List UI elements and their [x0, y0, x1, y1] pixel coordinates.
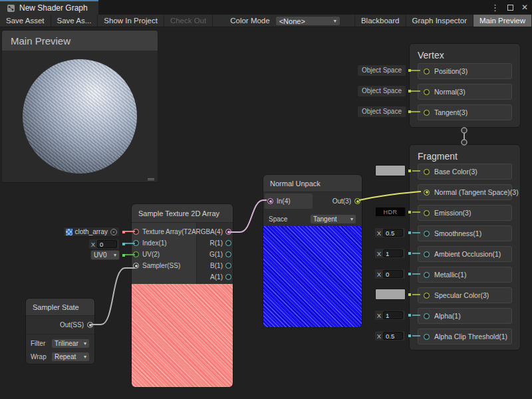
port-indicator-dot [408, 293, 411, 296]
filter-dropdown[interactable]: Trilinear ▾ [51, 338, 90, 348]
metallic-value-field[interactable]: 0 [383, 270, 403, 278]
input-uv[interactable]: UV(2) [132, 249, 196, 260]
base-color-port[interactable] [424, 169, 430, 175]
rgba-to-in-edge[interactable] [230, 200, 267, 232]
normal-port[interactable] [424, 89, 430, 95]
window-menu-icon[interactable]: ⋮ [491, 3, 499, 12]
alpha-port[interactable] [424, 313, 430, 319]
show-in-project-button[interactable]: Show In Project [98, 15, 164, 27]
sampler-out-slot[interactable]: Out(SS) [26, 316, 94, 334]
sampler-state-node[interactable]: Sampler State Out(SS) Filter Trilinear ▾… [25, 298, 95, 364]
position-port[interactable] [424, 68, 430, 74]
main-preview-toggle-button[interactable]: Main Preview [473, 15, 532, 27]
x-label: X [377, 312, 381, 319]
fragment-slot-normal-tangent[interactable]: Normal (Tangent Space)(3) [418, 184, 512, 200]
output-r[interactable]: R(1) [197, 237, 233, 249]
fragment-slot-alpha-clip[interactable]: Alpha Clip Threshold(1) [418, 329, 512, 344]
save-as-button[interactable]: Save As... [51, 15, 98, 27]
smoothness-port[interactable] [424, 231, 430, 237]
in-port[interactable] [267, 198, 273, 204]
position-space-badge[interactable]: Object Space [358, 65, 406, 76]
specular-color-port[interactable] [424, 293, 430, 299]
vertex-slot-position[interactable]: Position(3) [418, 63, 512, 79]
fragment-slot-base-color[interactable]: Base Color(3) [418, 164, 512, 180]
normal-unpack-out-slot[interactable]: Out(3) [332, 198, 362, 205]
vertex-context-node[interactable]: Vertex Position(3) Normal(3) Tangent(3) [409, 43, 521, 128]
sampler-port[interactable] [133, 263, 139, 269]
close-icon[interactable]: ✕ [521, 3, 528, 11]
color-mode-dropdown[interactable]: <None> ▾ [275, 16, 340, 26]
out-ss-port[interactable] [87, 322, 93, 328]
fragment-slot-specular-color[interactable]: Specular Color(3) [418, 287, 512, 303]
tangent-port[interactable] [424, 110, 430, 116]
alpha-value-field[interactable]: 1 [383, 311, 403, 319]
normal-space-badge[interactable]: Object Space [358, 86, 406, 96]
uv-port[interactable] [133, 251, 139, 257]
index-value-field[interactable]: 0 [97, 240, 117, 248]
normal-unpack-in-slot[interactable]: In(4) [265, 194, 313, 209]
r-port[interactable] [225, 240, 231, 246]
vertex-slot-normal[interactable]: Normal(3) [418, 84, 512, 100]
normal-tangent-port[interactable] [424, 190, 430, 196]
chevron-down-icon: ▾ [334, 18, 336, 24]
fragment-slot-ambient-occlusion[interactable]: Ambient Occlusion(1) [418, 246, 512, 262]
metallic-label: Metallic(1) [434, 271, 466, 279]
maximize-icon[interactable] [507, 5, 513, 11]
fragment-slot-smoothness[interactable]: Smoothness(1) [418, 225, 512, 241]
input-sampler[interactable]: Sampler(SS) [132, 260, 196, 271]
vertex-slot-tangent[interactable]: Tangent(3) [418, 104, 512, 120]
tangent-space-badge[interactable]: Object Space [358, 106, 406, 117]
vertex-chain-handle[interactable] [462, 128, 467, 133]
wrap-dropdown[interactable]: Repeat ▾ [51, 352, 90, 362]
sampler-edge[interactable] [90, 268, 135, 325]
resize-handle-icon[interactable] [148, 178, 154, 180]
object-picker-icon[interactable] [110, 229, 117, 235]
alpha-clip-label: Alpha Clip Threshold(1) [434, 332, 507, 340]
emission-port[interactable] [424, 210, 430, 216]
main-preview-title: Main Preview [11, 35, 70, 47]
smoothness-value-field[interactable]: 0.5 [383, 229, 403, 237]
rgba-port[interactable] [225, 229, 231, 235]
texture-object-field[interactable]: cloth_array [63, 227, 120, 237]
output-g[interactable]: G(1) [197, 249, 233, 260]
tangent-space-widget: Object Space [359, 106, 411, 117]
b-port[interactable] [225, 263, 231, 269]
preview-sphere[interactable] [23, 59, 137, 174]
g-port[interactable] [225, 251, 231, 257]
uv-channel-widget: UV0 ▾ [80, 250, 125, 260]
fragment-slot-alpha[interactable]: Alpha(1) [418, 308, 512, 324]
graph-canvas[interactable]: Main Preview Vertex Position(3) Normal(3… [0, 27, 532, 399]
save-asset-button[interactable]: Save Asset [0, 15, 51, 27]
metallic-port[interactable] [424, 272, 430, 278]
tab-new-shader-graph[interactable]: New Shader Graph [0, 0, 98, 15]
a-port[interactable] [225, 274, 231, 280]
output-a[interactable]: A(1) [197, 271, 233, 283]
output-b[interactable]: B(1) [197, 260, 233, 271]
out-port[interactable] [354, 198, 360, 204]
graph-inspector-toggle-button[interactable]: Graph Inspector [406, 15, 473, 27]
fragment-slot-emission[interactable]: Emission(3) [418, 205, 512, 221]
index-port[interactable] [133, 240, 139, 246]
normal-unpack-node[interactable]: Normal Unpack In(4) Out(3) Space Tangent… [263, 174, 362, 328]
main-preview-panel: Main Preview [1, 30, 158, 183]
ambient-occlusion-port[interactable] [424, 251, 430, 257]
alpha-clip-port[interactable] [424, 334, 430, 340]
emission-hdr-swatch[interactable]: HDR [375, 207, 406, 217]
specular-color-swatch[interactable] [375, 289, 406, 300]
input-texture-array[interactable]: Texture Array(T2A) [132, 226, 196, 237]
in-label: In(4) [277, 198, 291, 205]
alpha-clip-value-field[interactable]: 0.5 [383, 332, 403, 340]
g-label: G(1) [209, 251, 223, 258]
blackboard-toggle-button[interactable]: Blackboard [354, 15, 406, 27]
uv-channel-dropdown[interactable]: UV0 ▾ [90, 250, 120, 260]
fragment-context-node[interactable]: Fragment Base Color(3) Normal (Tangent S… [409, 144, 521, 350]
main-preview-header[interactable]: Main Preview [2, 31, 158, 51]
base-color-swatch[interactable] [375, 165, 406, 176]
output-rgba[interactable]: RGBA(4) [197, 226, 233, 237]
input-index[interactable]: Index(1) [132, 237, 196, 249]
space-dropdown[interactable]: Tangent ▾ [310, 214, 356, 224]
ambient-occlusion-value-field[interactable]: 1 [383, 249, 403, 257]
fragment-slot-metallic[interactable]: Metallic(1) [418, 267, 512, 283]
sample-texture-2d-array-node[interactable]: Sample Texture 2D Array Texture Array(T2… [131, 203, 233, 388]
texture-array-port[interactable] [133, 229, 139, 235]
